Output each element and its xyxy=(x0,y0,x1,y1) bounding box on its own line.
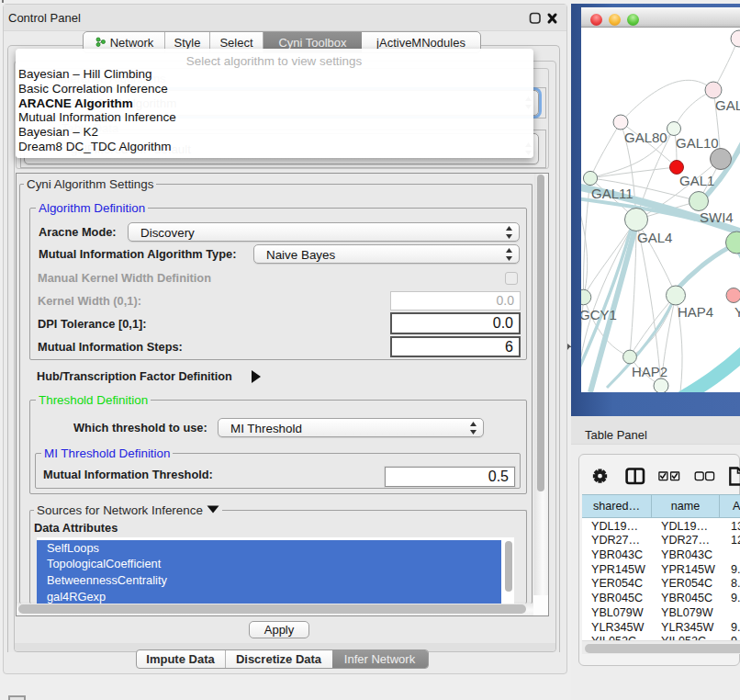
svg-text:SWI4: SWI4 xyxy=(700,209,734,225)
svg-text:GCY1: GCY1 xyxy=(581,307,617,322)
svg-text:HAP4: HAP4 xyxy=(678,304,713,320)
svg-text:Y: Y xyxy=(734,304,740,320)
svg-text:GAL80: GAL80 xyxy=(624,130,667,145)
svg-text:HAP2: HAP2 xyxy=(632,364,667,379)
svg-text:GAL4: GAL4 xyxy=(637,230,672,245)
svg-text:GAL11: GAL11 xyxy=(591,186,633,201)
svg-text:GAL10: GAL10 xyxy=(676,135,719,151)
svg-text:GAL: GAL xyxy=(715,97,740,113)
svg-text:GAL1: GAL1 xyxy=(679,173,714,188)
